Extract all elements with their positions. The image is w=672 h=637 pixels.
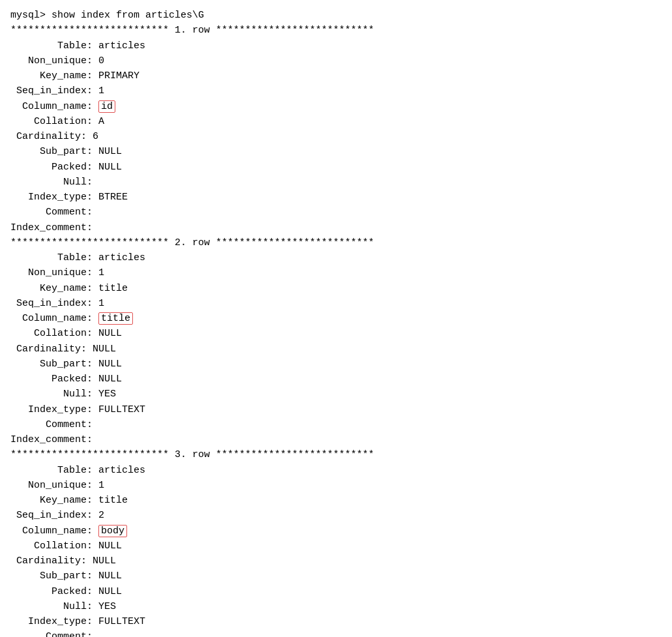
row-1-field-9: Null: [10, 175, 662, 190]
row-1-field-1: Non_unique: 0 [10, 53, 662, 68]
row-3-field-10: Index_type: FULLTEXT [10, 614, 662, 629]
row-2-field-3: Seq_in_index: 1 [10, 296, 662, 311]
row-3-field-8: Packed: NULL [10, 584, 662, 599]
row-separator-2: *************************** 2. row *****… [10, 235, 662, 250]
row-2-field-12: Index_comment: [10, 432, 662, 447]
row-2-field-1: Non_unique: 1 [10, 265, 662, 280]
row-2-field-6: Cardinality: NULL [10, 342, 662, 357]
field-label: Column_name: [10, 313, 98, 324]
row-1-field-3: Seq_in_index: 1 [10, 83, 662, 98]
row-separator-3: *************************** 3. row *****… [10, 447, 662, 462]
row-3-field-1: Non_unique: 1 [10, 478, 662, 493]
row-1-field-6: Cardinality: 6 [10, 129, 662, 144]
output-container: *************************** 1. row *****… [10, 23, 662, 637]
row-3-field-0: Table: articles [10, 463, 662, 478]
row-3-field-11: Comment: [10, 629, 662, 637]
row-2-field-5: Collation: NULL [10, 326, 662, 341]
row-1-field-11: Comment: [10, 205, 662, 220]
row-2-field-10: Index_type: FULLTEXT [10, 402, 662, 417]
row-3-field-5: Collation: NULL [10, 539, 662, 554]
row-3-field-4: Column_name: body [10, 524, 662, 539]
row-2-field-11: Comment: [10, 417, 662, 432]
row-1-field-2: Key_name: PRIMARY [10, 68, 662, 83]
row-3-field-3: Seq_in_index: 2 [10, 508, 662, 523]
row-2-field-2: Key_name: title [10, 281, 662, 296]
highlighted-value: body [98, 525, 127, 537]
highlighted-value: title [98, 312, 133, 325]
highlighted-value: id [98, 100, 115, 113]
row-1-field-4: Column_name: id [10, 99, 662, 114]
terminal-output: mysql> show index from articles\G [10, 8, 662, 23]
row-3-field-9: Null: YES [10, 599, 662, 614]
row-1-field-8: Packed: NULL [10, 160, 662, 175]
row-1-field-12: Index_comment: [10, 220, 662, 235]
field-label: Column_name: [10, 526, 98, 537]
row-2-field-4: Column_name: title [10, 311, 662, 326]
row-separator-1: *************************** 1. row *****… [10, 23, 662, 38]
row-1-field-5: Collation: A [10, 114, 662, 129]
row-1-field-10: Index_type: BTREE [10, 190, 662, 205]
row-2-field-0: Table: articles [10, 250, 662, 265]
row-3-field-7: Sub_part: NULL [10, 569, 662, 584]
row-2-field-7: Sub_part: NULL [10, 357, 662, 372]
row-2-field-8: Packed: NULL [10, 372, 662, 387]
row-3-field-2: Key_name: title [10, 493, 662, 508]
row-2-field-9: Null: YES [10, 387, 662, 402]
row-1-field-0: Table: articles [10, 38, 662, 53]
row-3-field-6: Cardinality: NULL [10, 554, 662, 569]
row-1-field-7: Sub_part: NULL [10, 144, 662, 159]
field-label: Column_name: [10, 101, 98, 112]
